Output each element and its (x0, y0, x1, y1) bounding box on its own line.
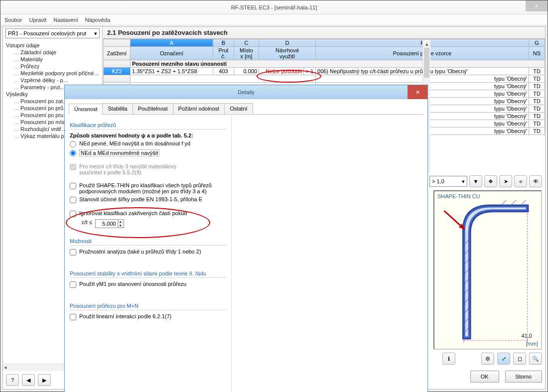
chk-shapethin-input[interactable] (70, 183, 76, 189)
gear-button[interactable]: ⚙ (481, 353, 494, 365)
info-button[interactable]: ℹ (442, 353, 455, 365)
tree-materialy[interactable]: Materiály (4, 56, 101, 63)
radio-opt2-input[interactable] (70, 150, 76, 156)
grp-klasifikace-title: Klasifikace průřezů (70, 122, 226, 128)
grid-row-1[interactable]: typu 'Obecný'TD (104, 75, 545, 83)
grp-moznosti-title: Možnosti (70, 238, 226, 244)
radio-opt2-label: NEd a MEd rovnoměrně navýšit (79, 149, 159, 156)
menu-file[interactable]: Soubor (4, 17, 22, 23)
chk-shapethin[interactable]: Použít SHAPE-THIN pro klasifikaci všech … (70, 182, 226, 194)
col-A[interactable]: A (131, 39, 213, 47)
cell-misto: 0.000 (234, 68, 259, 75)
tab-pouzitelnost[interactable]: Použitelnost (133, 103, 173, 114)
ratio-combo[interactable]: > 1,0 ▾ (429, 176, 467, 187)
info-icon: ℹ (448, 356, 450, 362)
window-close-button[interactable]: × (526, 0, 548, 11)
window-title: RF-STEEL EC3 - [seminář-hala-11] (231, 4, 317, 10)
goto-button[interactable]: ⎆ (514, 175, 527, 187)
ok-button[interactable]: OK (470, 371, 499, 383)
close-icon: × (535, 3, 538, 9)
titlebar: RF-STEEL EC3 - [seminář-hala-11] × (0, 0, 548, 14)
palette-icon: ❖ (488, 178, 493, 185)
tree-zakladni[interactable]: Základní údaje (4, 49, 101, 56)
next-button[interactable]: ▶ (38, 374, 51, 386)
cell-prut: 403 (213, 68, 234, 75)
tree-prurezy[interactable]: Průřezy (4, 63, 101, 70)
cell-ns-4: TD (529, 98, 545, 105)
spin-down-icon[interactable]: ▾ (118, 224, 124, 228)
radio-opt1-input[interactable] (70, 141, 76, 147)
tree-vzperne[interactable]: Vzpěrné délky - p… (4, 77, 101, 84)
menu-edit[interactable]: Upravit (29, 17, 46, 23)
cell-ns-3: TD (529, 90, 545, 98)
axes-icon: ⤢ (502, 356, 506, 362)
tab-stabilita[interactable]: Stabilita (102, 103, 133, 114)
grid-header-names: Zatížení Označení Prut č. Místo x [m] Ná… (104, 47, 545, 60)
chk-linearni-input[interactable] (70, 314, 76, 320)
radio-opt1-label: NEd pevné, MEd navýšit a tím dosáhnout f… (79, 140, 190, 146)
menu-help[interactable]: Nápověda (85, 17, 110, 23)
radio-opt1[interactable]: NEd pevné, MEd navýšit a tím dosáhnout f… (70, 140, 226, 147)
cell-navrh-text: Nelze posoudit (259, 68, 304, 75)
help-button[interactable]: ? (6, 374, 19, 386)
chk-ignorovat-input[interactable] (70, 211, 76, 217)
frame-button[interactable]: ◻ (513, 353, 526, 365)
chk-ignorovat[interactable]: Ignorovat klasifikaci zakřivených částí … (70, 210, 226, 217)
section-preview: SHAPE-THIN CU (433, 190, 542, 350)
chk-linearni-label: Použít lineární interakci podle 6.2.1(7) (79, 313, 171, 319)
chk-pruznostni[interactable]: Pružnostní analýza (také u průřezů třídy… (70, 249, 226, 256)
hdr-ns: NS (529, 47, 545, 60)
frame-icon: ◻ (518, 356, 522, 362)
section-drawing: 41,0 (434, 191, 541, 348)
chk-gamma-input[interactable] (70, 281, 76, 288)
cell-ns-6: TD (529, 113, 545, 120)
case-select[interactable]: PŘ1 - Posouzení ocelových prut ▾ (5, 28, 100, 38)
col-D[interactable]: D (259, 39, 316, 47)
tree-podpory[interactable]: Mezilehlé podpory proti příčné… (4, 70, 101, 77)
dialog-close-button[interactable]: ✕ (408, 85, 427, 99)
chk-pruznostni-input[interactable] (70, 249, 76, 256)
view-button[interactable]: 👁 (529, 175, 542, 187)
menu-settings[interactable]: Nastavení (53, 17, 78, 23)
preview-toolbar: ℹ ⚙ ⤢ ◻ 🔍 (442, 353, 542, 365)
hdr-zatizeni: Zatížení (104, 47, 131, 60)
cell-navrh-val: > 1 (304, 68, 316, 75)
chk-ucinne-input[interactable] (70, 197, 76, 203)
filter-button[interactable]: ▼ (469, 175, 482, 187)
dialog-titlebar[interactable]: Detaily ✕ (65, 85, 427, 99)
axes-button[interactable]: ⤢ (497, 353, 510, 365)
scroll-thumb[interactable] (424, 48, 429, 78)
col-B[interactable]: B (213, 39, 234, 47)
storno-button[interactable]: Storno (505, 371, 542, 383)
tree-vstupni[interactable]: Vstupní údaje (4, 42, 101, 49)
grid-row-0[interactable]: KZ2 1.35*ZS1 + ZS2 + 1.5*ZS8 403 0.000 N… (104, 68, 545, 75)
spin-up-icon[interactable]: ▴ (118, 220, 124, 224)
close-icon: ✕ (415, 89, 420, 96)
chk-mezni[interactable]: Pro mezní c/t třídy 3 navýšit materiálov… (70, 163, 226, 175)
col-C[interactable]: C (234, 39, 259, 47)
cell-ns-8: TD (529, 128, 545, 135)
tab-unosnost[interactable]: Únosnost (69, 104, 103, 115)
chk-linearni[interactable]: Použít lineární interakci podle 6.2.1(7) (70, 313, 226, 320)
chk-mezni-input (70, 164, 76, 170)
eye-icon: 👁 (533, 178, 539, 184)
zoom-button[interactable]: 🔍 (529, 353, 542, 365)
prev-button[interactable]: ◀ (22, 374, 35, 386)
col-G[interactable]: G (529, 39, 545, 47)
next-icon: ▶ (42, 377, 46, 384)
ct-spinner[interactable]: ▴▾ (95, 219, 124, 228)
radio-opt2[interactable]: NEd a MEd rovnoměrně navýšit (70, 149, 226, 156)
chk-gamma[interactable]: Použít γM1 pro stanovení únosnosti průře… (70, 281, 226, 288)
cell-ns-1: TD (529, 75, 545, 83)
tab-ostatni[interactable]: Ostatní (224, 103, 253, 114)
dialog-right-col (232, 115, 427, 392)
case-select-text: PŘ1 - Posouzení ocelových prut (8, 30, 86, 36)
select-button[interactable]: ➤ (499, 175, 512, 187)
chk-ucinne-sirky[interactable]: Stanovit účinné šířky podle EN 1993-1-5,… (70, 196, 226, 203)
gear-icon: ⚙ (485, 356, 490, 362)
cursor-icon: ➤ (504, 178, 508, 185)
tab-pozarni[interactable]: Požární odolnost (173, 103, 225, 114)
grid-header-letters: A B C D F G (104, 39, 545, 47)
colorize-button[interactable]: ❖ (484, 175, 497, 187)
ct-input[interactable] (96, 220, 118, 228)
